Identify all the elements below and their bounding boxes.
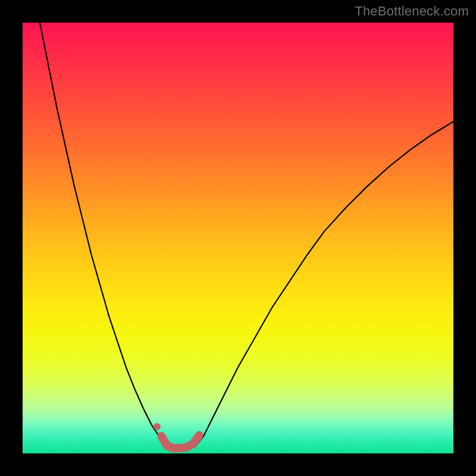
optimal-range-marker bbox=[161, 436, 199, 449]
bottleneck-curve-right bbox=[195, 122, 453, 447]
chart-frame: TheBottleneck.com bbox=[0, 0, 476, 476]
bottleneck-curve-left bbox=[40, 23, 167, 447]
watermark-text: TheBottleneck.com bbox=[355, 4, 469, 19]
plot-area bbox=[23, 23, 453, 453]
optimal-point-marker bbox=[154, 423, 161, 430]
curve-layer bbox=[23, 23, 453, 453]
